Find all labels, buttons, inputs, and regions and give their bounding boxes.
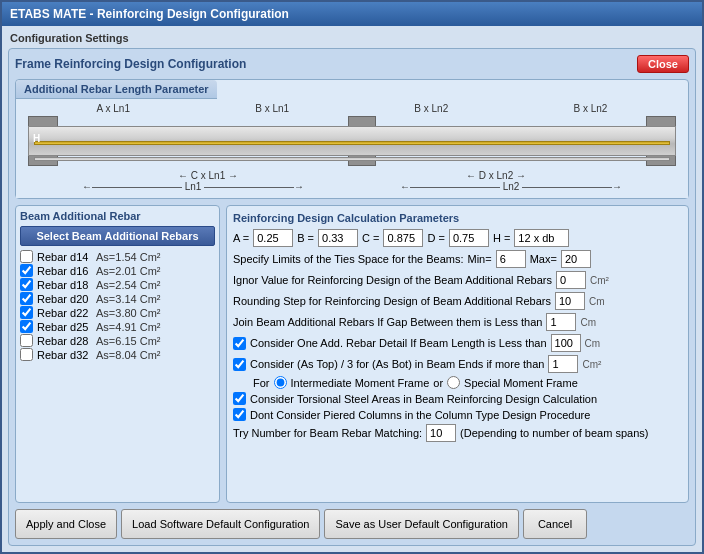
rounding-row: Rounding Step for Reinforcing Design of … (233, 292, 682, 310)
dont-consider-row: Dont Consider Piered Columns in the Colu… (233, 408, 682, 421)
list-item: Rebar d18 As=2.54 Cm² (20, 278, 215, 291)
close-button[interactable]: Close (637, 55, 689, 73)
as-top-check[interactable] (233, 358, 246, 371)
ignore-input[interactable] (556, 271, 586, 289)
a-label: A = (233, 232, 249, 244)
one-add-row: Consider One Add. Rebar Detail If Beam L… (233, 334, 682, 352)
beam-diagram: A x Ln1 B x Ln1 B x Ln2 B x Ln2 H (16, 99, 688, 198)
h-input[interactable] (514, 229, 569, 247)
list-item: Rebar d25 As=4.91 Cm² (20, 320, 215, 333)
rebar-d14-check[interactable] (20, 250, 33, 263)
rounding-input[interactable] (555, 292, 585, 310)
rebar-d22-check[interactable] (20, 306, 33, 319)
rebar-d25-check[interactable] (20, 320, 33, 333)
rounding-unit: Cm (589, 296, 605, 307)
list-item: Rebar d14 As=1.54 Cm² (20, 250, 215, 263)
label-a-ln1: A x Ln1 (97, 103, 130, 114)
join-input[interactable] (546, 313, 576, 331)
list-item: Rebar d16 As=2.01 Cm² (20, 264, 215, 277)
b-input[interactable] (318, 229, 358, 247)
ignore-row: Ignor Value for Reinforcing Design of th… (233, 271, 682, 289)
try-number-label: Try Number for Beam Rebar Matching: (233, 427, 422, 439)
save-user-button[interactable]: Save as User Default Configuration (324, 509, 518, 539)
load-software-button[interactable]: Load Software Default Configuration (121, 509, 320, 539)
rounding-label: Rounding Step for Reinforcing Design of … (233, 295, 551, 307)
as-top-unit: Cm² (582, 359, 601, 370)
torsional-check[interactable] (233, 392, 246, 405)
rebar-bot (34, 157, 670, 161)
dont-consider-label: Dont Consider Piered Columns in the Colu… (250, 409, 590, 421)
one-add-input[interactable] (551, 334, 581, 352)
ties-label: Specify Limits of the Ties Space for the… (233, 253, 464, 265)
list-item: Rebar d32 As=8.04 Cm² (20, 348, 215, 361)
b-label: B = (297, 232, 314, 244)
ignore-label: Ignor Value for Reinforcing Design of th… (233, 274, 552, 286)
rebar-d22-name: Rebar d22 (37, 307, 92, 319)
bottom-section: Beam Additional Rebar Select Beam Additi… (15, 205, 689, 503)
ln1-label: ←————————— Ln1 —————————→ (82, 181, 304, 192)
cancel-button[interactable]: Cancel (523, 509, 587, 539)
rebar-d28-check[interactable] (20, 334, 33, 347)
one-add-check[interactable] (233, 337, 246, 350)
intermediate-radio[interactable] (274, 376, 287, 389)
rebar-d16-name: Rebar d16 (37, 265, 92, 277)
as-top-input[interactable] (548, 355, 578, 373)
c-label: C = (362, 232, 379, 244)
min-input[interactable] (496, 250, 526, 268)
c-input[interactable] (383, 229, 423, 247)
rebar-d32-check[interactable] (20, 348, 33, 361)
beam-body (28, 126, 676, 156)
rebar-d28-area: As=6.15 Cm² (96, 335, 161, 347)
abcdh-row: A = B = C = D = H = (233, 229, 682, 247)
label-b-ln2-2: B x Ln2 (573, 103, 607, 114)
special-label: Special Moment Frame (464, 377, 578, 389)
label-b-ln1: B x Ln1 (255, 103, 289, 114)
rebar-d18-name: Rebar d18 (37, 279, 92, 291)
or-label: or (433, 377, 443, 389)
one-add-unit: Cm (585, 338, 601, 349)
h-label: H (33, 133, 40, 144)
dont-consider-check[interactable] (233, 408, 246, 421)
rebar-d32-name: Rebar d32 (37, 349, 92, 361)
for-label: For (253, 377, 270, 389)
rebar-d32-area: As=8.04 Cm² (96, 349, 161, 361)
d-input[interactable] (449, 229, 489, 247)
ln-labels: ←————————— Ln1 —————————→ ←————————— Ln2… (24, 181, 680, 192)
ln2-label: ←————————— Ln2 —————————→ (400, 181, 622, 192)
tab-additional-rebar[interactable]: Additional Rebar Length Parameter (16, 80, 217, 99)
d-label: D = (427, 232, 444, 244)
a-input[interactable] (253, 229, 293, 247)
ignore-unit: Cm² (590, 275, 609, 286)
main-panel: Frame Reinforcing Design Configuration C… (8, 48, 696, 546)
rebar-d25-name: Rebar d25 (37, 321, 92, 333)
min-label: Min= (468, 253, 492, 265)
rebar-d16-check[interactable] (20, 264, 33, 277)
rebar-top (34, 141, 670, 145)
h-label: H = (493, 232, 510, 244)
label-c-ln1: ← C x Ln1 → (178, 170, 238, 181)
rebar-d20-check[interactable] (20, 292, 33, 305)
beam-rebar-title: Beam Additional Rebar (20, 210, 215, 222)
try-number-note: (Depending to number of beam spans) (460, 427, 648, 439)
diagram-labels-top: A x Ln1 B x Ln1 B x Ln2 B x Ln2 (24, 103, 680, 114)
try-number-input[interactable] (426, 424, 456, 442)
diagram-labels-bottom: ← C x Ln1 → ← D x Ln2 → (24, 170, 680, 181)
rebar-d25-area: As=4.91 Cm² (96, 321, 161, 333)
special-radio[interactable] (447, 376, 460, 389)
rebar-d22-area: As=3.80 Cm² (96, 307, 161, 319)
bottom-buttons: Apply and Close Load Software Default Co… (15, 503, 689, 539)
list-item: Rebar d20 As=3.14 Cm² (20, 292, 215, 305)
list-item: Rebar d28 As=6.15 Cm² (20, 334, 215, 347)
rebar-d28-name: Rebar d28 (37, 335, 92, 347)
rebar-d14-name: Rebar d14 (37, 251, 92, 263)
rebar-d18-check[interactable] (20, 278, 33, 291)
config-settings-label: Configuration Settings (8, 32, 696, 44)
try-number-row: Try Number for Beam Rebar Matching: (Dep… (233, 424, 682, 442)
max-input[interactable] (561, 250, 591, 268)
apply-close-button[interactable]: Apply and Close (15, 509, 117, 539)
panel-header: Frame Reinforcing Design Configuration C… (15, 55, 689, 73)
tab-section: Additional Rebar Length Parameter A x Ln… (15, 79, 689, 199)
rebar-d20-area: As=3.14 Cm² (96, 293, 161, 305)
select-rebar-button[interactable]: Select Beam Additional Rebars (20, 226, 215, 246)
rebar-d14-area: As=1.54 Cm² (96, 251, 161, 263)
